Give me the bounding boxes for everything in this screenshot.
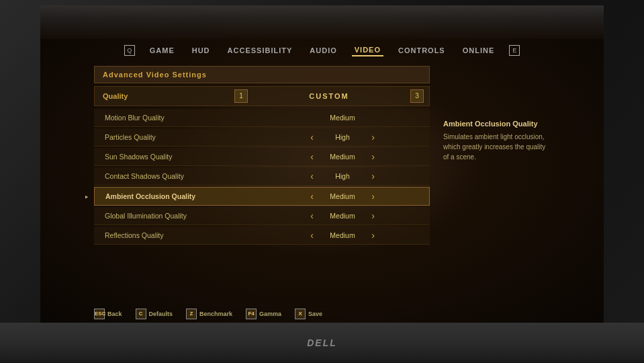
preset-right-btn[interactable]: 3 [410, 89, 424, 103]
screen: Q GAME HUD ACCESSIBILITY AUDIO VIDEO CON… [40, 5, 604, 323]
global-illumination-left-arrow[interactable]: ‹ [307, 210, 318, 221]
gamma-key: F4 [246, 309, 257, 319]
particles-right-arrow[interactable]: › [368, 132, 379, 143]
contact-shadows-left-arrow[interactable]: ‹ [307, 171, 318, 182]
back-key: ESC [94, 309, 105, 319]
setting-label-global-illumination: Global Illumination Quality [94, 207, 255, 225]
nav-item-video[interactable]: VIDEO [352, 44, 383, 56]
nav-item-accessibility[interactable]: ACCESSIBILITY [225, 45, 295, 56]
setting-row-particles[interactable]: Particles Quality ‹ High › [94, 128, 430, 147]
nav-bar: Q GAME HUD ACCESSIBILITY AUDIO VIDEO CON… [40, 39, 604, 62]
bottom-btn-back[interactable]: ESC Back [94, 309, 122, 319]
sun-shadows-left-arrow[interactable]: ‹ [307, 151, 318, 162]
reflections-left-arrow[interactable]: ‹ [307, 230, 318, 241]
contact-shadows-right-arrow[interactable]: › [368, 171, 379, 182]
save-label: Save [308, 311, 322, 317]
quality-header-label: Quality [95, 88, 229, 104]
setting-control-reflections: ‹ Medium › [255, 227, 430, 243]
info-panel: Ambient Occlusion Quality Simulates ambi… [443, 66, 550, 296]
info-text: Simulates ambient light occlusion, which… [443, 132, 550, 162]
nav-item-controls[interactable]: CONTROLS [396, 45, 448, 56]
benchmark-label: Benchmark [199, 311, 232, 317]
setting-label-sun-shadows: Sun Shadows Quality [94, 148, 255, 165]
quality-header-controls: 1 CUSTOM 3 [229, 87, 429, 106]
monitor-outer: Q GAME HUD ACCESSIBILITY AUDIO VIDEO CON… [0, 0, 644, 363]
setting-label-particles: Particles Quality [94, 128, 255, 146]
dell-logo: DELL [307, 337, 337, 348]
setting-row-ambient-occlusion[interactable]: Ambient Occlusion Quality ‹ Medium › [94, 187, 430, 206]
setting-label-reflections: Reflections Quality [94, 227, 255, 244]
nav-item-audio[interactable]: AUDIO [307, 45, 339, 56]
setting-row-contact-shadows[interactable]: Contact Shadows Quality ‹ High › [94, 167, 430, 186]
reflections-right-arrow[interactable]: › [368, 230, 379, 241]
setting-row-motion-blur[interactable]: Motion Blur Quality Medium [94, 109, 430, 127]
setting-control-contact-shadows: ‹ High › [255, 168, 430, 184]
nav-item-game[interactable]: GAME [147, 45, 177, 56]
setting-value-sun-shadows: Medium [324, 153, 361, 161]
setting-control-ambient-occlusion: ‹ Medium › [256, 188, 429, 204]
section-header: Advanced Video Settings [94, 66, 430, 83]
defaults-label: Defaults [149, 311, 173, 317]
setting-value-motion-blur: Medium [255, 109, 430, 126]
ambient-occlusion-left-arrow[interactable]: ‹ [307, 191, 318, 202]
setting-value-particles: High [324, 133, 361, 141]
bottom-btn-benchmark[interactable]: Z Benchmark [186, 309, 232, 319]
setting-value-contact-shadows: High [324, 172, 361, 180]
ambient-occlusion-right-arrow[interactable]: › [368, 191, 379, 202]
back-label: Back [107, 311, 122, 317]
quality-header-row[interactable]: Quality 1 CUSTOM 3 [94, 86, 430, 106]
setting-value-global-illumination: Medium [324, 212, 361, 220]
setting-control-global-illumination: ‹ Medium › [255, 208, 430, 224]
quality-preset-value: CUSTOM [309, 92, 349, 100]
benchmark-key: Z [186, 309, 197, 319]
gamma-label: Gamma [259, 311, 281, 317]
bottom-bar: ESC Back C Defaults Z Benchmark F4 Gamma… [94, 309, 550, 319]
setting-label-ambient-occlusion: Ambient Occlusion Quality [95, 188, 256, 205]
bottom-btn-save[interactable]: X Save [295, 309, 322, 319]
bottom-btn-defaults[interactable]: C Defaults [136, 309, 173, 319]
setting-control-sun-shadows: ‹ Medium › [255, 149, 430, 165]
setting-label-contact-shadows: Contact Shadows Quality [94, 167, 255, 185]
setting-label-motion-blur: Motion Blur Quality [94, 109, 255, 126]
setting-row-sun-shadows[interactable]: Sun Shadows Quality ‹ Medium › [94, 148, 430, 166]
setting-row-reflections[interactable]: Reflections Quality ‹ Medium › [94, 227, 430, 245]
particles-left-arrow[interactable]: ‹ [307, 132, 318, 143]
sun-shadows-right-arrow[interactable]: › [368, 151, 379, 162]
edge-arrow-indicator: ‣ [84, 192, 89, 202]
screen-top-bg [40, 5, 604, 39]
defaults-key: C [136, 309, 146, 319]
nav-left-icon: Q [124, 45, 135, 56]
global-illumination-right-arrow[interactable]: › [368, 210, 379, 221]
save-key: X [295, 309, 306, 319]
setting-control-particles: ‹ High › [255, 129, 430, 145]
monitor-bottom: DELL [0, 323, 644, 363]
main-content: Advanced Video Settings Quality 1 CUSTOM… [94, 66, 550, 296]
setting-value-reflections: Medium [324, 231, 361, 239]
preset-left-btn[interactable]: 1 [234, 89, 248, 103]
nav-item-online[interactable]: ONLINE [460, 45, 498, 56]
bottom-btn-gamma[interactable]: F4 Gamma [246, 309, 281, 319]
nav-right-icon: E [509, 45, 520, 56]
nav-item-hud[interactable]: HUD [189, 45, 213, 56]
settings-panel: Advanced Video Settings Quality 1 CUSTOM… [94, 66, 430, 296]
info-title: Ambient Occlusion Quality [443, 120, 550, 128]
setting-row-global-illumination[interactable]: Global Illumination Quality ‹ Medium › [94, 207, 430, 225]
setting-value-ambient-occlusion: Medium [324, 192, 361, 200]
